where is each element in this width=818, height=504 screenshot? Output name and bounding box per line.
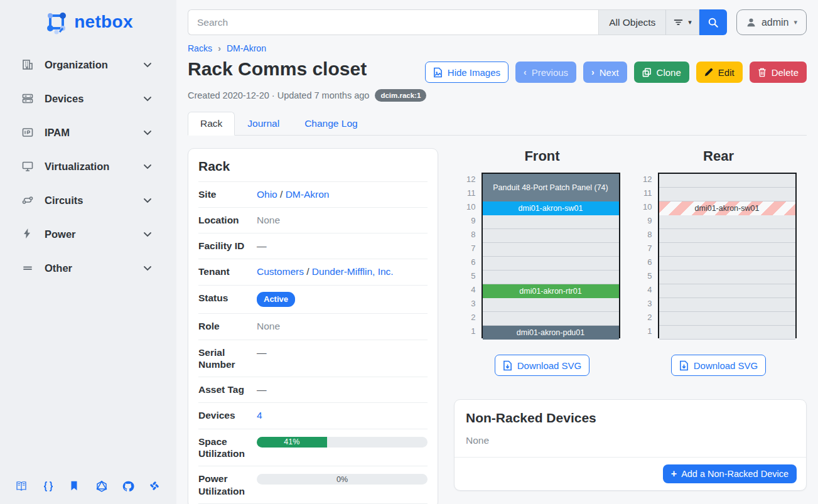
circuit-icon (21, 194, 34, 206)
detail-link[interactable]: Dunder-Mifflin, Inc. (312, 266, 394, 277)
rack-device[interactable]: dmi01-akron-sw01 (483, 201, 619, 215)
sidebar-item-organization[interactable]: Organization (0, 48, 176, 82)
device-name: dmi01-akron-rtr01 (519, 287, 581, 296)
filter-icon (673, 17, 684, 28)
breadcrumb-link[interactable]: Racks (188, 43, 212, 53)
add-non-racked-device-button[interactable]: + Add a Non-Racked Device (663, 464, 797, 483)
edit-label: Edit (718, 67, 735, 78)
detail-link[interactable]: DM-Akron (286, 189, 330, 200)
detail-label: Power Utilization (198, 473, 257, 497)
empty-unit-slot[interactable] (483, 243, 619, 257)
download-svg-button[interactable]: Download SVG (495, 355, 590, 376)
sidebar-item-virtualization[interactable]: Virtualization (0, 149, 176, 183)
rack-detail-rows: SiteOhio / DM-AkronLocationNoneFacility … (198, 181, 428, 504)
sidebar-item-other[interactable]: Other (0, 251, 176, 285)
detail-value: 4 (257, 409, 428, 422)
detail-link[interactable]: 4 (257, 410, 262, 421)
netbox-logo-icon (43, 9, 70, 35)
empty-unit-slot[interactable] (483, 298, 619, 312)
unit-number: 12 (465, 173, 476, 186)
monitor-icon (21, 160, 34, 173)
download-svg-button[interactable]: Download SVG (671, 355, 767, 376)
rack-elevation-rear: Rear121110987654321dmi01-akron-sw01Downl… (630, 148, 807, 376)
edit-button[interactable]: Edit (696, 62, 743, 83)
empty-unit-slot[interactable] (483, 257, 619, 271)
search-icon (708, 17, 719, 28)
sidebar-item-circuits[interactable]: Circuits (0, 183, 176, 217)
delete-button[interactable]: Delete (750, 62, 807, 83)
detail-row-status: StatusActive (198, 286, 428, 314)
detail-value: — (257, 240, 428, 252)
rack-device[interactable]: Panduit 48-Port Patch Panel (74) (483, 174, 619, 201)
empty-unit-slot[interactable] (483, 215, 619, 229)
content-area: Rack SiteOhio / DM-AkronLocationNoneFaci… (188, 136, 807, 504)
sidebar-item-ipam[interactable]: IPAM (0, 115, 176, 149)
clone-button[interactable]: Clone (634, 62, 689, 83)
empty-unit-slot[interactable] (483, 271, 619, 284)
rack-device[interactable]: dmi01-akron-sw01 (659, 201, 795, 215)
page-header: Rack Comms closet Hide Images ‹ Previous… (188, 55, 807, 83)
detail-link[interactable]: Customers (257, 266, 304, 277)
search-input[interactable] (188, 9, 598, 35)
rack-elevation-front: Front121110987654321Panduit 48-Port Patc… (454, 148, 630, 376)
detail-link[interactable]: Ohio (257, 189, 277, 200)
detail-label: Tenant (198, 265, 257, 277)
hide-images-button[interactable]: Hide Images (425, 62, 509, 83)
chevron-down-icon (143, 161, 153, 171)
unit-number: 4 (641, 283, 652, 297)
docs-icon[interactable] (15, 480, 28, 493)
empty-unit-slot[interactable] (659, 229, 795, 243)
chevron-right-icon: › (591, 68, 595, 77)
previous-button[interactable]: ‹ Previous (515, 62, 576, 83)
breadcrumb-link[interactable]: DM-Akron (227, 43, 266, 53)
bookmark-icon[interactable] (68, 480, 81, 493)
breadcrumb-separator-icon: › (218, 43, 221, 53)
community-icon[interactable] (149, 480, 161, 493)
netbox-logo[interactable]: netbox (0, 9, 176, 35)
empty-unit-slot[interactable] (483, 312, 619, 326)
rack-device[interactable]: dmi01-akron-pdu01 (483, 326, 619, 340)
ip-book-icon (21, 126, 34, 139)
api-braces-icon[interactable] (42, 480, 55, 493)
unit-number: 10 (465, 200, 476, 214)
hide-images-label: Hide Images (448, 67, 500, 78)
tab-rack[interactable]: Rack (188, 112, 235, 136)
pencil-icon (704, 68, 713, 77)
empty-unit-slot[interactable] (659, 284, 795, 298)
empty-unit-slot[interactable] (659, 174, 795, 188)
detail-text: — (257, 384, 267, 395)
detail-value: 41% (257, 436, 428, 448)
unit-number: 5 (641, 269, 652, 283)
detail-row-facility-id: Facility ID— (198, 233, 428, 259)
empty-unit-slot[interactable] (659, 312, 795, 326)
detail-label: Devices (198, 409, 257, 421)
detail-label: Space Utilization (198, 436, 257, 460)
empty-unit-slot[interactable] (659, 298, 795, 312)
tab-journal[interactable]: Journal (235, 112, 292, 136)
progress-fill: 41% (257, 437, 327, 448)
empty-unit-slot[interactable] (659, 326, 795, 340)
rack-device[interactable]: dmi01-akron-rtr01 (483, 284, 619, 298)
empty-unit-slot[interactable] (659, 188, 795, 201)
github-icon[interactable] (122, 480, 134, 493)
detail-row-location: LocationNone (198, 208, 428, 233)
search-filter-button[interactable]: ▾ (665, 9, 699, 35)
user-menu-button[interactable]: admin ▾ (736, 9, 807, 35)
unit-number: 6 (641, 255, 652, 269)
tab-change-log[interactable]: Change Log (292, 112, 370, 136)
empty-unit-slot[interactable] (659, 215, 795, 229)
object-type-select[interactable]: All Objects (598, 9, 665, 35)
empty-unit-slot[interactable] (659, 243, 795, 257)
next-button[interactable]: › Next (583, 62, 627, 83)
empty-unit-slot[interactable] (659, 271, 795, 284)
search-submit-button[interactable] (699, 9, 727, 35)
detail-value: Active (257, 292, 428, 308)
detail-text: — (257, 347, 267, 358)
graphql-icon[interactable] (95, 480, 108, 493)
sidebar-item-power[interactable]: Power (0, 217, 176, 251)
sidebar-item-devices[interactable]: Devices (0, 82, 176, 115)
empty-unit-slot[interactable] (483, 229, 619, 243)
empty-unit-slot[interactable] (659, 257, 795, 271)
detail-label: Serial Number (198, 346, 257, 371)
detail-row-power-utilization: Power Utilization0% (198, 466, 428, 504)
